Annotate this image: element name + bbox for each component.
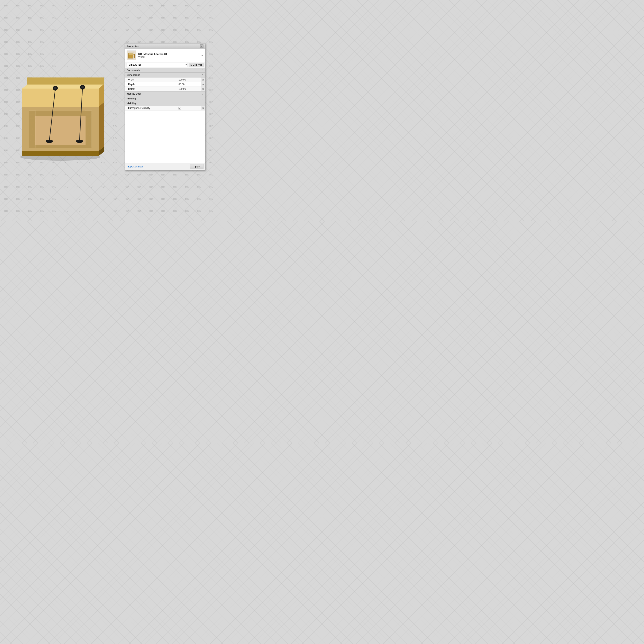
identity-data-section-header[interactable]: Identity Data ⌄ [125,91,205,96]
watermark-cell: RD [173,209,177,212]
item-name: RD_Mosque Lectern 01 [138,53,199,56]
watermark-cell: RD [4,185,8,188]
watermark-cell: RD [52,16,57,19]
width-action[interactable]: ▣ [201,77,205,82]
depth-action[interactable]: ▣ [201,82,205,87]
watermark-cell: RD [76,16,81,19]
watermark-cell: RD [209,28,214,31]
close-button[interactable]: × [200,44,203,48]
identity-data-collapse-icon[interactable]: ⌄ [202,93,203,95]
watermark-cell: RD [197,209,201,212]
watermark-cell: RD [4,16,8,19]
properties-help-link[interactable]: Properties help [127,165,143,168]
watermark-cell: RD [89,4,93,7]
watermark-cell: RD [16,40,20,43]
watermark-cell: RD [185,4,189,7]
watermark-cell: RD [101,28,105,31]
watermark-cell: RD [209,173,214,176]
watermark-cell: RD [185,28,189,31]
depth-value[interactable]: 80.00 [177,82,201,86]
watermark-cell: RD [28,185,32,188]
microphone-action[interactable]: ▣ [201,106,205,110]
watermark-cell: RD [4,173,8,176]
watermark-cell: RD [4,101,8,104]
watermark-cell: RD [64,197,69,200]
watermark-cell: RD [173,4,177,7]
svg-rect-46 [128,55,133,58]
watermark-cell: RD [161,16,165,19]
category-select[interactable]: Furniture (1) [127,63,188,67]
microphone-checkbox-container: ✓ [177,106,201,110]
watermark-cell: RD [161,4,165,7]
watermark-cell: RD [209,101,214,104]
watermark-cell: RD [185,185,189,188]
lectern-illustration [11,46,116,167]
constraints-section-header[interactable]: Constraints ⌃ [125,68,205,73]
properties-panel: Properties × RD_Mosque Lectern 01 Wood ▼… [125,43,205,170]
watermark-cell: RD [4,113,8,116]
watermark-cell: RD [64,209,69,212]
watermark-cell: RD [4,76,8,79]
edit-type-label: Edit Type [193,64,202,66]
watermark-cell: RD [52,185,57,188]
panel-footer: Properties help Apply [125,163,205,170]
watermark-cell: RD [4,4,8,7]
watermark-cell: RD [40,185,44,188]
dimensions-section-header[interactable]: Dimensions ⌃ [125,73,205,77]
width-row: Width 100.00 ▣ [125,77,205,82]
watermark-cell: RD [209,16,214,19]
watermark-cell: RD [101,4,105,7]
dimensions-collapse-icon[interactable]: ⌃ [202,74,203,76]
watermark-cell: RD [197,16,201,19]
phasing-section-header[interactable]: Phasing ⌄ [125,96,205,101]
constraints-collapse-icon[interactable]: ⌃ [202,69,203,71]
watermark-cell: RD [76,28,81,31]
microphone-visibility-checkbox[interactable]: ✓ [179,107,181,109]
visibility-section-header[interactable]: Visibility ⌃ [125,101,205,106]
phasing-label: Phasing [127,97,136,100]
edit-type-button[interactable]: ⊞ Edit Type [189,63,203,67]
watermark-cell: RD [76,209,81,212]
item-dropdown-arrow[interactable]: ▼ [201,54,203,57]
apply-button[interactable]: Apply [190,164,203,169]
watermark-cell: RD [149,173,153,176]
watermark-cell: RD [185,173,189,176]
watermark-cell: RD [28,173,32,176]
watermark-cell: RD [209,4,214,7]
watermark-cell: RD [64,28,69,31]
watermark-cell: RD [76,173,81,176]
phasing-collapse-icon[interactable]: ⌄ [202,98,203,100]
watermark-cell: RD [173,173,177,176]
visibility-collapse-icon[interactable]: ⌃ [202,102,203,105]
watermark-cell: RD [113,16,117,19]
watermark-cell: RD [209,185,214,188]
height-value[interactable]: 100.00 [177,87,201,91]
width-value[interactable]: 100.00 [177,78,201,82]
watermark-cell: RD [28,28,32,31]
panel-empty-area [125,110,205,163]
height-action[interactable]: ▣ [201,87,205,91]
watermark-cell: RD [16,185,20,188]
watermark-cell: RD [209,76,214,79]
watermark-cell: RD [28,209,32,212]
watermark-cell: RD [28,4,32,7]
watermark-cell: RD [137,16,141,19]
watermark-cell: RD [113,197,117,200]
watermark-cell: RD [209,149,214,152]
constraints-label: Constraints [127,69,140,72]
category-select-wrapper[interactable]: Furniture (1) [127,63,188,67]
identity-data-label: Identity Data [127,92,141,95]
watermark-cell: RD [185,40,189,43]
watermark-cell: RD [89,197,93,200]
watermark-cell: RD [197,197,201,200]
watermark-cell: RD [4,28,8,31]
svg-point-41 [81,86,84,88]
watermark-cell: RD [89,28,93,31]
panel-titlebar: Properties × [125,43,205,49]
svg-point-42 [46,140,53,143]
watermark-cell: RD [137,197,141,200]
watermark-cell: RD [209,52,214,55]
watermark-cell: RD [52,4,57,7]
watermark-cell: RD [125,209,129,212]
item-icon [127,51,136,60]
